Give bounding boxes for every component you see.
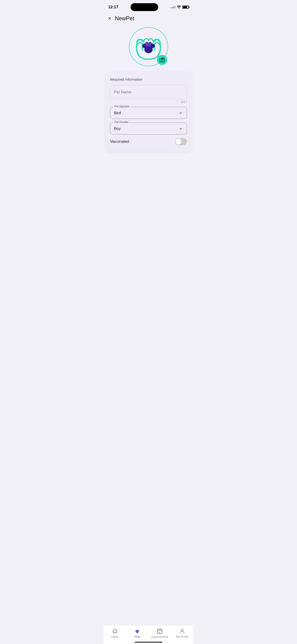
vaccinated-label: Vaccinated (110, 139, 129, 144)
species-value[interactable]: Bird (114, 111, 183, 116)
pet-name-input[interactable] (110, 85, 187, 99)
section-label: Required Information (110, 78, 187, 81)
species-dropdown[interactable]: Pet Species Bird (110, 107, 187, 119)
camera-icon (159, 57, 165, 63)
status-icons (170, 6, 189, 9)
dynamic-island (130, 3, 158, 11)
battery-icon (182, 6, 189, 9)
svg-point-4 (150, 44, 155, 48)
close-button[interactable]: × (108, 16, 111, 21)
status-bar: 12:17 (104, 0, 194, 13)
toggle-knob (176, 139, 182, 145)
gender-value[interactable]: Boy (114, 126, 183, 131)
chevron-down-icon (178, 111, 183, 116)
gender-dropdown[interactable]: Pet Gender Boy (110, 122, 187, 134)
vaccinated-row: Vaccinated (110, 138, 187, 145)
chevron-down-icon (178, 126, 183, 131)
logo-wrapper (129, 27, 168, 66)
species-label: Pet Species (114, 105, 130, 108)
status-time: 12:17 (108, 5, 118, 10)
camera-badge[interactable] (157, 55, 167, 65)
header: × NewPet (104, 13, 194, 25)
svg-point-5 (161, 60, 163, 61)
page-title: NewPet (115, 15, 134, 22)
vaccinated-toggle[interactable] (175, 138, 187, 145)
signal-icon (170, 6, 176, 8)
wifi-icon (177, 6, 181, 9)
gender-label: Pet Gender (114, 120, 130, 124)
form-card: Required Information 0/17 Pet Species Bi… (106, 72, 192, 152)
char-count: 0/17 (110, 100, 187, 104)
logo-area (104, 25, 194, 72)
